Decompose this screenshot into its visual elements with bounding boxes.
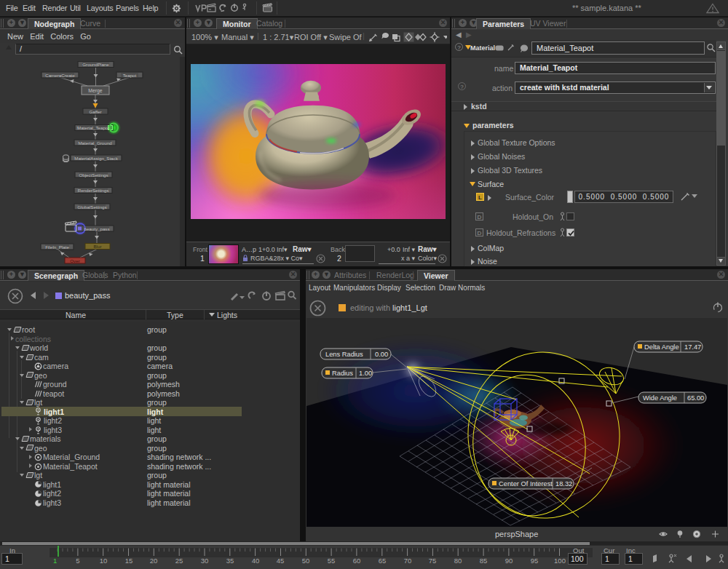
svg-text:Gaffer: Gaffer [89,109,101,114]
svg-text:GlobalSettings: GlobalSettings [77,204,106,210]
svg-text:MaterialAssign_Stack: MaterialAssign_Stack [74,156,118,161]
svg-text:Teapot: Teapot [123,73,137,78]
svg-text:Merge: Merge [88,88,102,94]
svg-text:65.00: 65.00 [687,394,704,402]
svg-text:Center Of Interest: Center Of Interest [499,480,553,488]
svg-text:FileIn_Plate: FileIn_Plate [45,244,69,250]
svg-text:Lens Radius: Lens Radius [325,351,363,358]
svg-text:Radius: Radius [332,370,353,377]
svg-text:18.32: 18.32 [555,480,572,488]
svg-text:beauty_pass: beauty_pass [84,226,109,231]
svg-text:Material_Ground: Material_Ground [78,140,112,146]
svg-text:17.47: 17.47 [684,343,701,351]
svg-text:RenderSettings: RenderSettings [78,188,109,193]
svg-text:Blur: Blur [93,244,101,249]
svg-text:GroundPlane: GroundPlane [82,62,109,67]
svg-text:Delta Angle: Delta Angle [644,343,679,351]
svg-text:Material_Teapot: Material_Teapot [77,125,109,130]
svg-text:Over: Over [70,258,79,263]
svg-text:ObjectSettings: ObjectSettings [79,172,108,178]
svg-text:1.00: 1.00 [359,370,372,377]
svg-text:Wide Angle: Wide Angle [643,394,677,402]
svg-text:0.00: 0.00 [375,351,388,358]
svg-text:CameraCreate: CameraCreate [45,73,75,78]
